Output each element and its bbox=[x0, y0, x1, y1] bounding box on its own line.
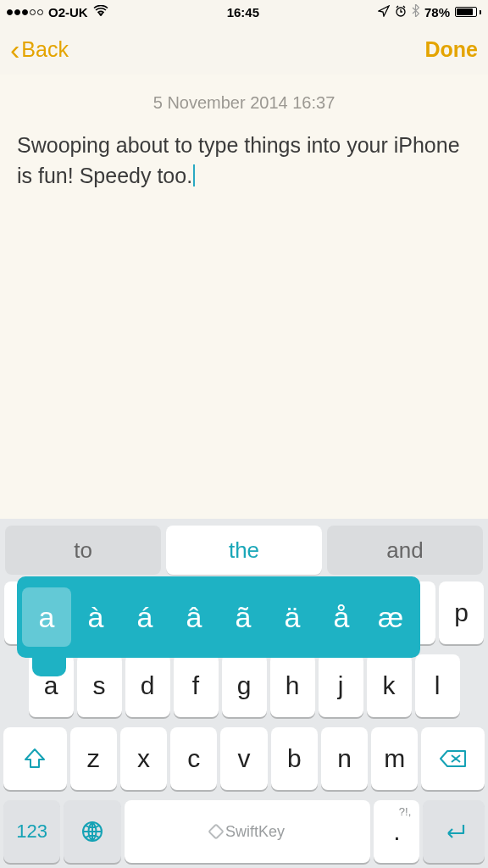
note-timestamp: 5 November 2014 16:37 bbox=[17, 93, 471, 113]
key-p[interactable]: p bbox=[439, 581, 484, 644]
suggestion-left[interactable]: to bbox=[5, 526, 161, 575]
shift-icon bbox=[23, 747, 47, 771]
swiftkey-logo-icon bbox=[208, 823, 225, 840]
key-j[interactable]: j bbox=[319, 654, 363, 717]
key-b[interactable]: b bbox=[271, 727, 318, 790]
signal-dots-icon bbox=[7, 9, 43, 15]
space-key[interactable]: SwiftKey bbox=[125, 800, 371, 863]
return-icon bbox=[441, 821, 467, 842]
clock: 16:45 bbox=[227, 5, 259, 19]
text-cursor bbox=[193, 164, 195, 186]
done-button[interactable]: Done bbox=[425, 37, 479, 62]
key-c[interactable]: c bbox=[170, 727, 217, 790]
status-bar: O2-UK 16:45 78% bbox=[0, 0, 488, 24]
suggestion-center[interactable]: the bbox=[166, 526, 322, 575]
return-key[interactable] bbox=[423, 800, 485, 863]
suggestion-bar: to the and bbox=[0, 519, 488, 581]
battery-icon bbox=[455, 7, 481, 17]
battery-percent: 78% bbox=[424, 5, 450, 19]
bluetooth-icon bbox=[412, 4, 419, 19]
note-text[interactable]: Swooping about to type things into your … bbox=[17, 130, 471, 192]
chevron-left-icon: ‹ bbox=[10, 35, 19, 64]
accent-option-a-uml[interactable]: ä bbox=[268, 587, 317, 647]
status-right: 78% bbox=[378, 4, 481, 19]
accent-option-ae[interactable]: æ bbox=[366, 587, 415, 647]
key-l[interactable]: l bbox=[415, 654, 460, 717]
status-left: O2-UK bbox=[7, 5, 108, 19]
globe-icon bbox=[81, 821, 103, 843]
key-d[interactable]: d bbox=[125, 654, 170, 717]
punct-alt-label: ?!, bbox=[399, 805, 411, 818]
accent-option-a-tilde[interactable]: ã bbox=[219, 587, 268, 647]
accent-popup: a à á â ã ä å æ bbox=[17, 576, 420, 658]
key-row-4: 123 SwiftKey ?!, . bbox=[3, 800, 485, 863]
note-editor[interactable]: 5 November 2014 16:37 Swooping about to … bbox=[0, 75, 488, 519]
alarm-icon bbox=[395, 5, 407, 19]
key-s[interactable]: s bbox=[77, 654, 122, 717]
accent-option-a-ring[interactable]: å bbox=[317, 587, 366, 647]
key-n[interactable]: n bbox=[321, 727, 368, 790]
key-row-2: a s d f g h j k l bbox=[3, 654, 485, 717]
key-m[interactable]: m bbox=[371, 727, 418, 790]
wifi-icon bbox=[93, 5, 108, 19]
back-button[interactable]: ‹ Back bbox=[10, 35, 69, 64]
accent-option-a[interactable]: a bbox=[22, 587, 71, 647]
back-label: Back bbox=[21, 37, 69, 62]
accent-option-a-acute[interactable]: á bbox=[120, 587, 169, 647]
suggestion-right[interactable]: and bbox=[327, 526, 483, 575]
accent-option-a-grave[interactable]: à bbox=[71, 587, 120, 647]
period-key[interactable]: ?!, . bbox=[374, 800, 419, 863]
svg-marker-2 bbox=[25, 749, 44, 767]
globe-key[interactable] bbox=[64, 800, 120, 863]
accent-option-a-circ[interactable]: â bbox=[169, 587, 219, 647]
nav-bar: ‹ Back Done bbox=[0, 24, 488, 75]
numbers-key[interactable]: 123 bbox=[3, 800, 60, 863]
key-z[interactable]: z bbox=[70, 727, 117, 790]
key-f[interactable]: f bbox=[174, 654, 219, 717]
location-icon bbox=[378, 5, 390, 19]
key-x[interactable]: x bbox=[120, 727, 167, 790]
key-h[interactable]: h bbox=[270, 654, 315, 717]
svg-point-0 bbox=[99, 14, 102, 16]
key-k[interactable]: k bbox=[367, 654, 412, 717]
key-row-3: z x c v b n m bbox=[3, 727, 485, 790]
carrier-label: O2-UK bbox=[48, 5, 88, 19]
key-v[interactable]: v bbox=[220, 727, 267, 790]
shift-key[interactable] bbox=[3, 727, 67, 790]
software-keyboard: to the and a à á â ã ä å æ q w e r t y u… bbox=[0, 519, 488, 868]
backspace-key[interactable] bbox=[421, 727, 485, 790]
key-g[interactable]: g bbox=[222, 654, 267, 717]
backspace-icon bbox=[439, 748, 468, 769]
